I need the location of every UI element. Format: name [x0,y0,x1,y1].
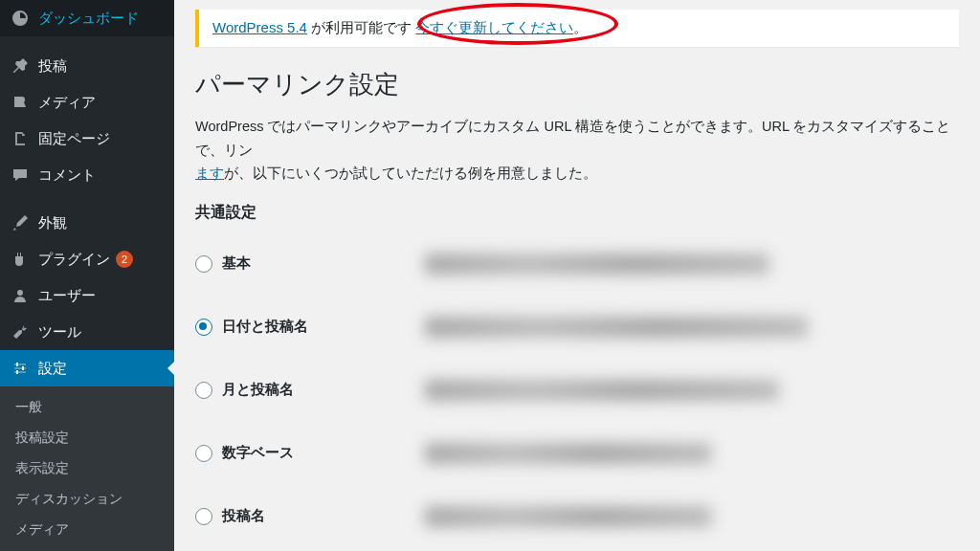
desc-text-2: が、以下にいくつか試していただける例を用意しました。 [224,165,597,181]
option-label: 数字ベース [222,444,294,462]
sidebar-item-label: 設定 [38,360,67,378]
submenu-media[interactable]: メディア [0,515,174,545]
sidebar-item-media[interactable]: メディア [0,84,174,121]
url-sample-blurred [425,506,712,527]
page-icon [10,128,31,149]
option-row-numeric: 数字ベース [195,422,959,485]
option-label: 投稿名 [222,507,265,525]
sidebar-item-label: メディア [38,94,96,112]
option-row-day-name: 日付と投稿名 [195,296,959,359]
sidebar-item-dashboard[interactable]: ダッシュボード [0,0,174,36]
sidebar-item-plugins[interactable]: プラグイン 2 [0,241,174,277]
sidebar-item-appearance[interactable]: 外観 [0,205,174,241]
sidebar-item-label: 固定ページ [38,130,110,148]
option-label: 基本 [222,254,251,273]
admin-sidebar: ダッシュボード 投稿 メディア 固定ページ コメント 外観 [0,0,174,551]
option-label: 月と投稿名 [222,381,294,399]
sidebar-item-comments[interactable]: コメント [0,157,174,193]
settings-submenu: 一般 投稿設定 表示設定 ディスカッション メディア [0,386,174,551]
update-now-link[interactable]: 今すぐ更新してください [415,19,573,35]
sidebar-item-pages[interactable]: 固定ページ [0,121,174,157]
sidebar-item-settings[interactable]: 設定 [0,350,174,386]
sidebar-item-label: ユーザー [38,287,96,305]
page-description: WordPress ではパーマリンクやアーカイブにカスタム URL 構造を使うこ… [195,115,959,186]
sidebar-item-label: プラグイン [38,251,110,269]
page-title: パーマリンク設定 [195,68,959,101]
url-sample-blurred [425,380,779,401]
option-row-plain: 基本 [195,232,959,296]
sidebar-item-label: 外観 [38,214,67,232]
sidebar-item-users[interactable]: ユーザー [0,277,174,314]
sidebar-item-label: ツール [38,323,81,342]
sidebar-item-posts[interactable]: 投稿 [0,48,174,84]
comment-icon [10,165,31,186]
radio-postname[interactable] [195,508,212,525]
plugin-icon [10,249,31,270]
desc-text-1: WordPress ではパーマリンクやアーカイブにカスタム URL 構造を使うこ… [195,119,951,158]
wrench-icon [10,321,31,342]
wp-version-link[interactable]: WordPress 5.4 [212,19,307,35]
radio-month-name[interactable] [195,382,212,399]
update-notice: WordPress 5.4 が利用可能です 今すぐ更新してください。 [195,10,959,47]
user-icon [10,285,31,306]
sidebar-item-label: コメント [38,166,96,185]
sidebar-item-label: ダッシュボード [38,10,139,28]
url-sample-blurred [425,253,769,275]
section-heading: 共通設定 [195,203,959,223]
dashboard-icon [10,8,31,29]
radio-day-name[interactable] [195,319,212,336]
settings-icon [10,358,31,379]
option-row-month-name: 月と投稿名 [195,359,959,422]
option-label: 日付と投稿名 [222,318,308,336]
url-sample-blurred [425,317,808,338]
notice-text-2: 。 [573,19,588,35]
sidebar-item-tools[interactable]: ツール [0,314,174,350]
media-icon [10,92,31,113]
plugin-update-badge: 2 [116,251,133,268]
radio-numeric[interactable] [195,445,212,462]
desc-link[interactable]: ます [195,165,224,181]
submenu-reading[interactable]: 表示設定 [0,453,174,484]
brush-icon [10,212,31,233]
submenu-general[interactable]: 一般 [0,392,174,423]
main-content: WordPress 5.4 が利用可能です 今すぐ更新してください。 パーマリン… [174,0,980,551]
radio-plain[interactable] [195,255,212,273]
submenu-writing[interactable]: 投稿設定 [0,423,174,453]
notice-text-1: が利用可能です [307,19,415,35]
sidebar-item-label: 投稿 [38,57,67,76]
submenu-discussion[interactable]: ディスカッション [0,484,174,515]
option-row-postname: 投稿名 [195,485,959,548]
url-sample-blurred [425,443,712,464]
pin-icon [10,55,31,77]
